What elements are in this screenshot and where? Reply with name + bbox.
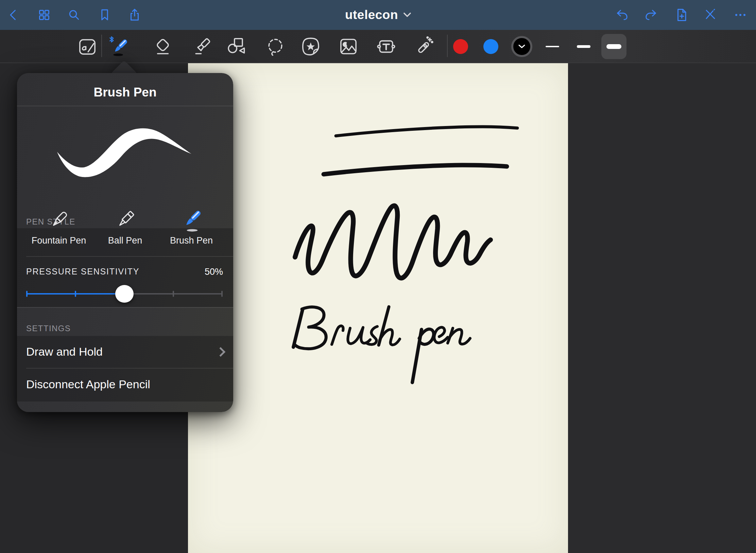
sticker-tool[interactable]	[298, 34, 323, 59]
back-icon[interactable]	[6, 7, 21, 23]
row-label: Draw and Hold	[26, 345, 103, 358]
fountain-pen-icon	[46, 208, 72, 234]
pen-option-fountain[interactable]: Fountain Pen	[23, 208, 95, 256]
bookmark-icon[interactable]	[97, 7, 113, 23]
bluetooth-icon	[110, 37, 113, 42]
image-tool[interactable]	[336, 34, 361, 59]
text-tool[interactable]	[374, 34, 398, 59]
disconnect-apple-pencil-row[interactable]: Disconnect Apple Pencil	[17, 369, 233, 400]
more-icon[interactable]	[733, 7, 748, 23]
laser-pointer-tool[interactable]	[412, 34, 437, 59]
brush-pen-popover: Brush Pen PEN STYLE Fountain Pen Ball Pe…	[17, 73, 233, 412]
nav-bar: utelecon	[0, 0, 756, 30]
search-icon[interactable]	[66, 7, 82, 23]
ball-pen-icon	[112, 208, 138, 234]
color-swatch-black-selected[interactable]	[511, 36, 532, 57]
document-title[interactable]: utelecon	[345, 8, 411, 22]
pen-option-label: Ball Pen	[108, 235, 142, 246]
slider-tick-100	[221, 291, 223, 297]
toolbar-divider	[101, 35, 102, 57]
brush-pen-icon	[178, 208, 205, 234]
ink-strokes	[188, 63, 568, 553]
color-swatch-red[interactable]	[453, 39, 468, 54]
scroll-mode-tool[interactable]	[75, 34, 100, 59]
separator	[26, 256, 233, 257]
undo-icon[interactable]	[614, 7, 630, 23]
share-icon[interactable]	[127, 7, 142, 23]
toolbar-divider	[447, 35, 448, 57]
pen-option-label: Brush Pen	[170, 235, 213, 246]
chevron-down-icon	[403, 13, 411, 17]
stroke-line-1	[336, 127, 517, 136]
thickness-thick-mark	[606, 44, 621, 49]
stroke-line-2	[324, 165, 507, 174]
readonly-pen-icon[interactable]	[703, 7, 718, 23]
redo-icon[interactable]	[643, 7, 659, 23]
shapes-tool[interactable]	[223, 34, 247, 59]
pen-tool[interactable]	[107, 34, 132, 59]
draw-and-hold-row[interactable]: Draw and Hold	[17, 336, 233, 368]
popover-title: Brush Pen	[17, 85, 233, 100]
slider-tick-25	[75, 291, 76, 297]
lasso-tool[interactable]	[263, 34, 288, 59]
pen-option-label: Fountain Pen	[32, 235, 86, 246]
grid-icon[interactable]	[36, 7, 52, 23]
highlighter-tool[interactable]	[190, 34, 215, 59]
pen-option-brush-selected[interactable]: Brush Pen	[155, 208, 227, 256]
tool-bar	[0, 30, 756, 63]
right-backdrop	[568, 63, 756, 553]
slider-tick-0	[26, 291, 28, 297]
color-swatch-blue[interactable]	[483, 39, 498, 54]
row-label: Disconnect Apple Pencil	[26, 378, 150, 391]
separator	[17, 106, 233, 106]
chevron-right-icon	[216, 347, 225, 356]
pressure-slider-thumb[interactable]	[115, 285, 134, 303]
pressure-label: PRESSURE SENSITIVITY	[26, 267, 139, 276]
note-canvas[interactable]	[188, 63, 568, 553]
eraser-tool[interactable]	[151, 34, 175, 59]
stroke-zigzag	[295, 206, 491, 278]
thickness-medium[interactable]	[577, 45, 590, 48]
separator	[17, 307, 233, 308]
settings-label: SETTINGS	[26, 324, 71, 333]
pen-option-ball[interactable]: Ball Pen	[89, 208, 161, 256]
add-page-icon[interactable]	[674, 7, 689, 23]
handwriting-brush-pen	[293, 307, 470, 382]
thickness-thin[interactable]	[546, 46, 559, 47]
pressure-value: 50%	[205, 267, 223, 277]
slider-tick-75	[173, 291, 174, 297]
page-title: utelecon	[345, 8, 398, 22]
chevron-down-icon	[518, 44, 525, 49]
